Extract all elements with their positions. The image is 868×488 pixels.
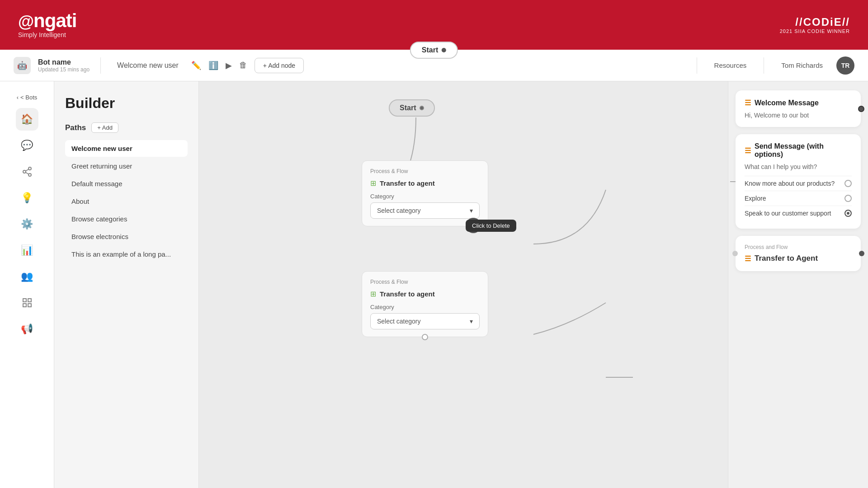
delete-tooltip: Click to Delete [466, 220, 516, 232]
info-icon[interactable]: ℹ️ [208, 61, 218, 70]
divider [100, 57, 101, 74]
transfer-title-1: Transfer to agent [380, 179, 435, 187]
divider2 [697, 57, 697, 74]
toolbar-actions: ✏️ ℹ️ ▶ 🗑 [191, 61, 247, 70]
logo-text: @ngati [18, 11, 76, 30]
paths-header: Paths + Add [65, 122, 188, 133]
transfer-header-1: ⊞ Transfer to agent [370, 179, 480, 188]
transfer-header-2: ⊞ Transfer to agent [370, 290, 480, 298]
add-path-button[interactable]: + Add [91, 122, 118, 133]
codie-badge: //CODiE// 2021 SIIA CODIE WINNER [780, 16, 850, 34]
play-icon[interactable]: ▶ [226, 61, 232, 70]
transfer-agent-left-connector [732, 251, 738, 256]
codie-subtitle: 2021 SIIA CODIE WINNER [780, 28, 850, 34]
option-explore-radio[interactable] [844, 195, 852, 202]
bot-icon: 🤖 [14, 57, 31, 74]
main-layout: ‹ < Bots 🏠 💬 💡 ⚙️ 📊 👥 📢 Builder Paths + … [0, 81, 868, 488]
sidebar-item-integration[interactable] [16, 291, 38, 314]
svg-rect-8 [23, 304, 26, 307]
chevron-down-icon-1 [470, 207, 473, 214]
delete-action: Click to Delete [466, 218, 481, 233]
back-to-bots[interactable]: ‹ < Bots [0, 90, 54, 104]
paths-label: Paths [65, 123, 86, 132]
welcome-message-title: ☰ Welcome Message [745, 99, 852, 107]
add-node-label: + Add node [263, 62, 295, 69]
sidebar-item-lightbulb[interactable]: 💡 [16, 187, 38, 209]
send-message-options: Know more about our products? Explore Sp… [745, 176, 852, 221]
toolbar-right: Resources Tom Richards TR [693, 56, 854, 75]
chevron-down-icon-2 [470, 318, 473, 325]
welcome-icon: ☰ [745, 99, 751, 107]
sidebar-item-analytics[interactable]: 📊 [16, 239, 38, 262]
transfer-card-2: Process & Flow ⊞ Transfer to agent Categ… [362, 271, 488, 337]
transfer-agent-pf-label: Process and Flow [745, 244, 852, 250]
path-item-long[interactable]: This is an example of a long pa... [65, 246, 188, 263]
svg-line-3 [25, 173, 28, 174]
transfer-agent-right-connector [859, 251, 864, 256]
pf-label-2: Process & Flow [370, 279, 480, 285]
welcome-title-text: Welcome Message [755, 99, 819, 107]
transfer-agent-card: Process and Flow ☰ Transfer to Agent [736, 236, 861, 271]
svg-rect-7 [28, 304, 31, 307]
card-bottom-connector-2 [422, 334, 428, 340]
left-panel: Builder Paths + Add Welcome new user Gre… [54, 81, 199, 488]
svg-rect-6 [28, 299, 31, 302]
edit-icon[interactable]: ✏️ [191, 61, 201, 70]
transfer-icon-1: ⊞ [370, 179, 376, 188]
path-item-greet[interactable]: Greet returning user [65, 158, 188, 174]
start-label: Start [422, 46, 438, 54]
path-item-browse[interactable]: Browse categories [65, 211, 188, 227]
user-avatar[interactable]: TR [836, 56, 854, 75]
welcome-body: Hi, Welcome to our bot [745, 112, 852, 119]
send-message-body: What can I help you with? [745, 163, 852, 170]
path-item-about[interactable]: About [65, 193, 188, 210]
header: @ngati Simply Intelligent Start //CODiE/… [0, 0, 868, 50]
transfer-title-2: Transfer to agent [380, 290, 435, 298]
delete-icon[interactable]: 🗑 [239, 61, 247, 70]
sidebar-item-share[interactable] [16, 160, 38, 183]
option-explore-label: Explore [745, 195, 766, 202]
category-select-2[interactable]: Select category [370, 313, 480, 329]
logo-subtitle: Simply Intelligent [18, 31, 76, 38]
option-explore: Explore [745, 191, 852, 206]
svg-point-1 [23, 170, 26, 173]
sidebar-item-chat[interactable]: 💬 [16, 134, 38, 157]
transfer-agent-title-text: Transfer to Agent [755, 254, 818, 263]
option-support-radio[interactable] [844, 210, 852, 217]
bot-name: Bot name [38, 58, 90, 66]
path-item-welcome[interactable]: Welcome new user [65, 140, 188, 157]
welcome-message-card: ☰ Welcome Message Hi, Welcome to our bot [736, 90, 861, 127]
send-message-icon: ☰ [745, 146, 751, 155]
transfer-icon-2: ⊞ [370, 290, 376, 298]
option-support: Speak to our customer support [745, 206, 852, 221]
path-item-default[interactable]: Default message [65, 175, 188, 192]
back-chevron: ‹ [17, 94, 19, 101]
sidebar-item-settings[interactable]: ⚙️ [16, 213, 38, 235]
resources-link[interactable]: Resources [714, 61, 747, 69]
codie-title: //CODiE// [780, 16, 850, 28]
path-item-electronics[interactable]: Browse electronics [65, 228, 188, 245]
welcome-card-connector [858, 106, 864, 112]
sidebar-item-users[interactable]: 👥 [16, 265, 38, 288]
transfer-card-1: Process & Flow ⊞ Transfer to agent Categ… [362, 160, 488, 226]
sidebar-item-home[interactable]: 🏠 [16, 108, 38, 131]
category-label-1: Category [370, 193, 480, 200]
option-products: Know more about our products? [745, 176, 852, 191]
sidebar: ‹ < Bots 🏠 💬 💡 ⚙️ 📊 👥 📢 [0, 81, 54, 488]
path-name: Welcome new user [112, 59, 184, 72]
category-select-1[interactable]: Select category [370, 202, 480, 219]
send-message-left-line [730, 181, 736, 182]
builder-title: Builder [65, 95, 188, 112]
category-label-2: Category [370, 304, 480, 310]
option-products-radio[interactable] [844, 180, 852, 187]
start-dot [442, 48, 446, 52]
start-bubble: Start [410, 42, 458, 59]
user-name: Tom Richards [781, 61, 823, 69]
add-node-button[interactable]: + Add node [255, 58, 304, 73]
divider3 [764, 57, 764, 74]
sidebar-item-megaphone[interactable]: 📢 [16, 318, 38, 340]
send-message-title-text: Send Message (with options) [755, 142, 852, 159]
canvas: Start Process & Flow ⊞ Transfer to agent… [199, 81, 728, 488]
svg-point-0 [28, 167, 31, 170]
bot-updated: Updated 15 mins ago [38, 66, 90, 73]
